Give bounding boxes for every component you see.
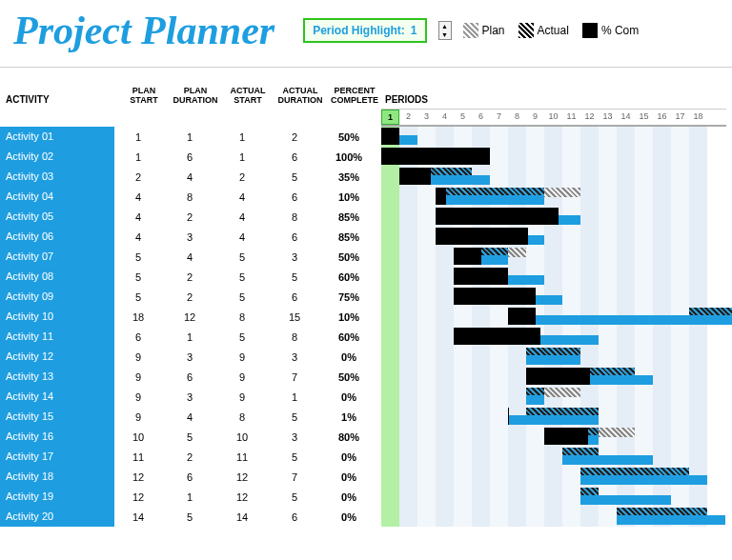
legend-plan-label: Plan — [482, 24, 505, 37]
gantt-cell — [381, 347, 726, 367]
period-num-1: 1 — [381, 110, 399, 125]
plan-duration: 6 — [162, 371, 217, 383]
plan-start: 5 — [114, 291, 162, 303]
periods-label: PERIODS — [385, 94, 428, 105]
actual-duration: 3 — [267, 351, 322, 363]
actual-start: 5 — [217, 331, 267, 343]
actual-start: 8 — [217, 411, 267, 423]
table-row: Activity 10181281510% — [0, 307, 732, 327]
complete-bar — [454, 248, 481, 265]
col-percent-complete: PERCENT COMPLETE — [328, 86, 381, 105]
period-num-5: 5 — [454, 110, 472, 125]
plan-start: 9 — [114, 411, 162, 423]
gantt-cell — [381, 447, 726, 467]
percent-complete: 50% — [322, 251, 376, 263]
table-row: Activity 171121150% — [0, 447, 732, 467]
percent-complete: 0% — [322, 491, 376, 503]
actual-bar — [580, 475, 707, 485]
column-headers: ACTIVITY PLAN START PLAN DURATION ACTUAL… — [0, 86, 732, 109]
legend-actual-label: Actual — [538, 24, 569, 37]
spinner-down-icon[interactable]: ▼ — [439, 30, 451, 39]
table-row: Activity 08525560% — [0, 267, 732, 287]
table-row: Activity 05424885% — [0, 207, 732, 227]
period-num-18: 18 — [689, 110, 707, 125]
actual-start: 10 — [217, 431, 267, 443]
plan-duration: 2 — [162, 451, 217, 463]
plan-start: 9 — [114, 371, 162, 383]
legend: Plan Actual % Com — [463, 23, 640, 38]
period-num-4: 4 — [436, 110, 454, 125]
plan-duration: 4 — [162, 171, 217, 183]
activity-name: Activity 07 — [0, 247, 114, 267]
actual-duration: 8 — [267, 211, 322, 223]
plan-duration: 2 — [162, 291, 217, 303]
activity-name: Activity 03 — [0, 167, 114, 187]
period-num-6: 6 — [472, 110, 490, 125]
table-row: Activity 01111250% — [0, 127, 732, 147]
plan-duration: 1 — [162, 131, 217, 143]
col-activity: ACTIVITY — [6, 94, 120, 105]
plan-start: 1 — [114, 131, 162, 143]
table-row: Activity 191211250% — [0, 487, 732, 507]
gantt-cell — [381, 507, 726, 527]
table-row: Activity 03242535% — [0, 167, 732, 187]
period-num-3: 3 — [417, 110, 436, 125]
percent-complete: 60% — [322, 331, 376, 343]
percent-complete: 100% — [322, 151, 376, 163]
actual-bar — [508, 415, 599, 425]
gantt-cell — [381, 207, 726, 227]
activity-name: Activity 08 — [0, 267, 114, 287]
plan-start: 12 — [114, 491, 162, 503]
percent-complete: 50% — [322, 131, 376, 143]
plan-duration: 3 — [162, 231, 217, 243]
period-highlight-spinner[interactable]: ▲ ▼ — [438, 21, 452, 40]
period-num-12: 12 — [580, 110, 599, 125]
activity-name: Activity 13 — [0, 367, 114, 387]
plan-duration: 5 — [162, 511, 217, 523]
activity-name: Activity 15 — [0, 407, 114, 427]
activity-name: Activity 01 — [0, 127, 114, 147]
complete-bar — [399, 168, 431, 185]
period-num-17: 17 — [671, 110, 689, 125]
gantt-cell — [381, 227, 726, 247]
actual-duration: 3 — [267, 431, 322, 443]
actual-start: 2 — [217, 171, 267, 183]
activity-name: Activity 09 — [0, 287, 114, 307]
period-num-11: 11 — [562, 110, 580, 125]
complete-swatch-icon — [582, 23, 598, 38]
period-num-13: 13 — [599, 110, 617, 125]
table-row: Activity 021616100% — [0, 147, 732, 167]
plan-duration: 3 — [162, 391, 217, 403]
percent-complete: 0% — [322, 511, 376, 523]
actual-duration: 6 — [267, 231, 322, 243]
plan-start: 18 — [114, 311, 162, 323]
plan-duration: 5 — [162, 431, 217, 443]
activity-name: Activity 04 — [0, 187, 114, 207]
actual-start: 4 — [217, 191, 267, 203]
legend-actual: Actual — [518, 23, 569, 38]
percent-complete: 0% — [322, 391, 376, 403]
plan-start: 1 — [114, 151, 162, 163]
percent-complete: 10% — [322, 311, 376, 323]
plan-start: 10 — [114, 431, 162, 443]
table-row: Activity 09525675% — [0, 287, 732, 307]
gantt-cell — [381, 327, 726, 347]
complete-bar — [508, 308, 536, 325]
complete-bar — [454, 288, 536, 305]
actual-start: 12 — [217, 471, 267, 483]
activity-name: Activity 20 — [0, 507, 114, 527]
actual-duration: 6 — [267, 151, 322, 163]
complete-bar — [544, 428, 588, 445]
spinner-up-icon[interactable]: ▲ — [439, 22, 451, 30]
legend-complete-label: % Com — [601, 24, 639, 37]
actual-start: 4 — [217, 211, 267, 223]
complete-bar — [381, 148, 490, 165]
percent-complete: 0% — [322, 451, 376, 463]
plan-duration: 6 — [162, 151, 217, 163]
percent-complete: 1% — [322, 411, 376, 423]
actual-duration: 7 — [267, 471, 322, 483]
plan-start: 2 — [114, 171, 162, 183]
table-row: Activity 1594851% — [0, 407, 732, 427]
activity-name: Activity 16 — [0, 427, 114, 447]
percent-complete: 35% — [322, 171, 376, 183]
